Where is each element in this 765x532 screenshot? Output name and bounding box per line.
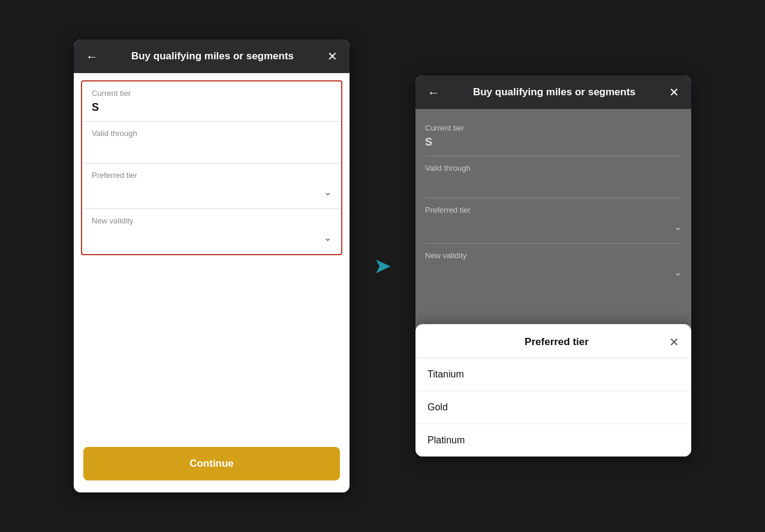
right-new-validity-row: ⌄ — [425, 264, 682, 284]
new-validity-row: ⌄ — [92, 229, 332, 249]
left-panel-body: Current tier S Valid through Preferred t… — [74, 73, 350, 492]
right-panel-header: ← Buy qualifying miles or segments ✕ — [415, 75, 691, 109]
preferred-tier-row: ⌄ — [92, 183, 332, 204]
right-back-icon: ← — [427, 86, 439, 99]
current-tier-label: Current tier — [92, 89, 332, 98]
right-valid-through-field[interactable]: Valid through — [425, 156, 682, 198]
left-form-section: Current tier S Valid through Preferred t… — [81, 80, 342, 255]
preferred-tier-field[interactable]: Preferred tier ⌄ — [82, 164, 341, 209]
valid-through-value — [92, 141, 332, 158]
right-new-validity-chevron-icon: ⌄ — [674, 267, 682, 278]
left-panel-title: Buy qualifying miles or segments — [98, 50, 327, 62]
current-tier-value: S — [92, 101, 332, 116]
current-tier-field: Current tier S — [82, 81, 341, 122]
right-panel: ← Buy qualifying miles or segments ✕ Cur… — [415, 75, 691, 457]
right-current-tier-value: S — [425, 136, 682, 151]
left-back-icon: ← — [86, 50, 98, 64]
preferred-tier-chevron-icon: ⌄ — [324, 186, 332, 198]
tier-option-gold[interactable]: Gold — [415, 391, 691, 424]
right-close-icon: ✕ — [669, 85, 679, 99]
right-panel-title: Buy qualifying miles or segments — [439, 86, 669, 98]
right-close-button[interactable]: ✕ — [669, 85, 679, 99]
new-validity-label: New validity — [92, 216, 332, 225]
left-close-button[interactable]: ✕ — [327, 49, 338, 64]
left-close-icon: ✕ — [327, 49, 338, 64]
tier-option-titanium[interactable]: Titanium — [415, 358, 691, 391]
right-current-tier-field: Current tier S — [425, 116, 682, 156]
right-preferred-tier-chevron-icon: ⌄ — [674, 221, 682, 232]
new-validity-field[interactable]: New validity ⌄ — [82, 209, 341, 254]
scene: ← Buy qualifying miles or segments ✕ Cur… — [62, 28, 703, 504]
tier-option-platinum[interactable]: Platinum — [415, 424, 691, 457]
bottom-sheet-close-button[interactable]: ✕ — [669, 335, 679, 349]
left-spacer — [74, 262, 350, 435]
right-current-tier-label: Current tier — [425, 123, 682, 132]
bottom-sheet-header: Preferred tier ✕ — [415, 324, 691, 358]
right-valid-through-label: Valid through — [425, 164, 682, 173]
left-panel-header: ← Buy qualifying miles or segments ✕ — [74, 40, 350, 73]
right-new-validity-label: New validity — [425, 251, 682, 260]
valid-through-field[interactable]: Valid through — [82, 122, 341, 164]
bottom-sheet-close-icon: ✕ — [669, 335, 679, 349]
right-preferred-tier-row: ⌄ — [425, 218, 682, 238]
right-back-button[interactable]: ← — [427, 86, 439, 99]
continue-wrapper: Continue — [74, 435, 350, 492]
new-validity-chevron-icon: ⌄ — [324, 232, 332, 243]
right-valid-through-value — [425, 176, 682, 193]
right-preferred-tier-label: Preferred tier — [425, 205, 682, 214]
right-new-validity-field[interactable]: New validity ⌄ — [425, 244, 682, 289]
continue-button[interactable]: Continue — [83, 447, 340, 480]
bottom-sheet-title: Preferred tier — [444, 336, 669, 348]
preferred-tier-label: Preferred tier — [92, 171, 332, 180]
bottom-sheet: Preferred tier ✕ Titanium Gold Platinum — [415, 324, 691, 457]
left-back-button[interactable]: ← — [86, 50, 98, 64]
flow-arrow: ➤ — [374, 253, 391, 279]
right-preferred-tier-field[interactable]: Preferred tier ⌄ — [425, 198, 682, 244]
left-panel: ← Buy qualifying miles or segments ✕ Cur… — [74, 40, 350, 492]
valid-through-label: Valid through — [92, 129, 332, 138]
